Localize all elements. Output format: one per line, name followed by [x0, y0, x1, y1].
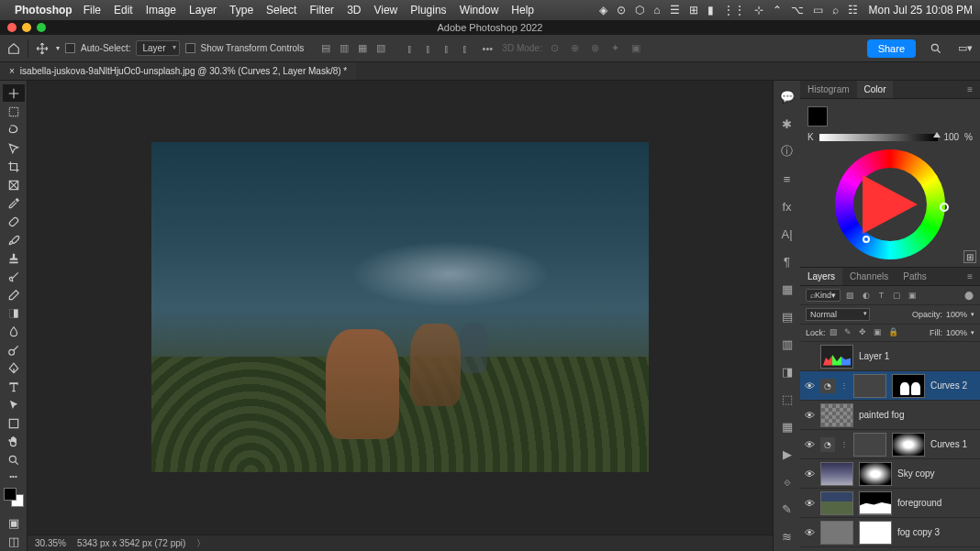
menu-select[interactable]: Select: [266, 4, 296, 17]
filter-pixel-icon[interactable]: ▧: [844, 290, 856, 302]
status-icon[interactable]: ⌂: [653, 4, 660, 17]
filter-shape-icon[interactable]: ▢: [891, 290, 903, 302]
comments-icon[interactable]: 💬: [779, 88, 796, 105]
close-window-button[interactable]: [7, 23, 17, 32]
lock-transparency-icon[interactable]: ▧: [830, 327, 841, 338]
layer-name[interactable]: painted fog: [859, 410, 905, 420]
panel-icon[interactable]: ▦: [779, 281, 796, 297]
layer-name[interactable]: fog copy 3: [897, 527, 940, 537]
panel-menu-icon[interactable]: ≡: [960, 81, 980, 98]
document-canvas[interactable]: [151, 142, 649, 472]
menu-view[interactable]: View: [373, 4, 397, 17]
history-brush-tool[interactable]: [3, 268, 25, 285]
canvas-area[interactable]: 30.35% 5343 px x 3542 px (72 ppi) 〉: [28, 81, 773, 551]
layer-mask-thumbnail[interactable]: [859, 491, 892, 515]
workspace-switcher-icon[interactable]: ▭▾: [956, 39, 974, 58]
layer-thumbnail[interactable]: [853, 374, 886, 398]
tab-layers[interactable]: Layers: [800, 268, 842, 285]
layer-row[interactable]: 👁◔⋮Curves 1: [800, 430, 980, 459]
filter-kind-dropdown[interactable]: ⌕ Kind ▾: [806, 289, 841, 302]
auto-select-checkbox[interactable]: [65, 43, 75, 53]
distribute-icon[interactable]: ⫿: [421, 41, 436, 56]
lasso-tool[interactable]: [3, 121, 25, 138]
layer-thumbnail[interactable]: [820, 521, 853, 545]
quick-mask-icon[interactable]: ◫: [3, 533, 25, 550]
layer-row[interactable]: 👁painted fog: [800, 401, 980, 430]
minimize-window-button[interactable]: [22, 23, 31, 32]
healing-tool[interactable]: [3, 213, 25, 230]
layer-name[interactable]: Curves 1: [930, 439, 967, 449]
screen-mode-icon[interactable]: ▣: [3, 514, 25, 532]
menu-plugins[interactable]: Plugins: [410, 4, 446, 17]
layer-row[interactable]: 👁fog copy 3: [800, 518, 980, 547]
menu-layer[interactable]: Layer: [189, 4, 217, 17]
show-transform-checkbox[interactable]: [185, 43, 195, 53]
k-slider-track[interactable]: [819, 134, 939, 141]
panel-icon[interactable]: ▥: [779, 336, 796, 352]
bluetooth-icon[interactable]: ⌥: [791, 4, 804, 17]
menu-edit[interactable]: Edit: [114, 4, 133, 17]
fill-value[interactable]: 100%: [946, 328, 967, 337]
k-value[interactable]: 100: [943, 132, 959, 142]
quick-select-tool[interactable]: [3, 139, 25, 157]
adjustments-icon[interactable]: ≡: [779, 171, 796, 187]
tab-channels[interactable]: Channels: [842, 268, 896, 285]
status-icon[interactable]: ⬡: [635, 4, 644, 17]
pen-tool[interactable]: [3, 360, 25, 378]
search-icon[interactable]: ⌕: [832, 4, 839, 17]
layer-mask-thumbnail[interactable]: [859, 462, 892, 486]
info-icon[interactable]: ⓘ: [779, 143, 796, 160]
document-tab[interactable]: × isabella-juskova-9aNltHjuOc0-unsplash.…: [0, 62, 356, 80]
align-right-icon[interactable]: ▦: [355, 41, 370, 56]
wifi-icon[interactable]: ⌃: [773, 4, 782, 17]
menu-filter[interactable]: Filter: [309, 4, 334, 17]
lock-image-icon[interactable]: ✎: [844, 327, 855, 338]
crop-tool[interactable]: [3, 158, 25, 175]
status-icon[interactable]: ⊹: [754, 4, 763, 17]
eraser-tool[interactable]: [3, 287, 25, 304]
layer-thumbnail[interactable]: [820, 491, 853, 515]
status-icon[interactable]: ☰: [670, 4, 680, 17]
blend-mode-dropdown[interactable]: Normal: [806, 308, 870, 321]
layer-name[interactable]: Sky copy: [897, 468, 935, 479]
zoom-window-button[interactable]: [37, 23, 46, 32]
tab-color[interactable]: Color: [857, 81, 894, 98]
lock-all-icon[interactable]: 🔒: [888, 327, 899, 338]
status-icon[interactable]: ⊞: [689, 4, 698, 17]
panel-icon[interactable]: ⬚: [779, 391, 796, 407]
visibility-toggle[interactable]: 👁: [804, 468, 815, 479]
align-top-icon[interactable]: ▧: [373, 41, 388, 56]
path-select-tool[interactable]: [3, 397, 25, 414]
layer-mask-thumbnail[interactable]: [892, 433, 925, 457]
distribute-icon[interactable]: ⫿: [403, 41, 418, 56]
document-dims[interactable]: 5343 px x 3542 px (72 ppi): [77, 538, 185, 548]
layer-list[interactable]: Layer 1👁◔⋮Curves 2👁painted fog👁◔⋮Curves …: [800, 342, 980, 551]
visibility-toggle[interactable]: 👁: [804, 410, 815, 421]
frame-tool[interactable]: [3, 176, 25, 193]
filter-smart-icon[interactable]: ▣: [907, 290, 919, 302]
brush-tool[interactable]: [3, 231, 25, 248]
zoom-level[interactable]: 30.35%: [35, 538, 66, 548]
current-color-swatch[interactable]: [807, 106, 828, 127]
menu-type[interactable]: Type: [229, 4, 253, 17]
visibility-toggle[interactable]: 👁: [804, 439, 815, 450]
distribute-icon[interactable]: ⫿: [458, 41, 473, 56]
app-name[interactable]: Photoshop: [15, 4, 72, 17]
align-left-icon[interactable]: ▤: [318, 41, 333, 56]
status-icon[interactable]: ⋮⋮: [723, 4, 745, 17]
shape-tool[interactable]: [3, 415, 25, 433]
layer-name[interactable]: Curves 2: [930, 380, 967, 391]
status-icon[interactable]: ◈: [599, 4, 607, 17]
hue-cursor[interactable]: [940, 203, 949, 212]
brush-settings-icon[interactable]: ✱: [779, 116, 796, 132]
dodge-tool[interactable]: [3, 342, 25, 359]
foreground-background-swatch[interactable]: [4, 488, 24, 507]
filter-adjust-icon[interactable]: ◐: [860, 290, 872, 302]
layer-thumbnail[interactable]: [820, 403, 853, 427]
blur-tool[interactable]: [3, 324, 25, 341]
menu-image[interactable]: Image: [146, 4, 176, 17]
menu-window[interactable]: Window: [460, 4, 499, 17]
zoom-tool[interactable]: [3, 452, 25, 469]
panel-icon[interactable]: ✎: [779, 501, 796, 517]
paragraph-icon[interactable]: ¶: [779, 253, 796, 270]
